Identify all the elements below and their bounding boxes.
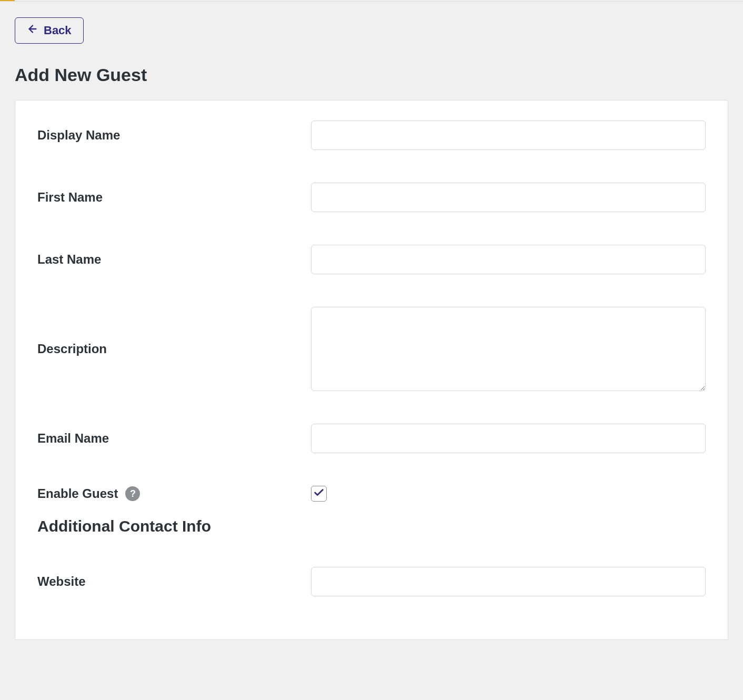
email-name-input[interactable] [311, 424, 706, 453]
enable-guest-label-text: Enable Guest [37, 486, 118, 501]
section-title: Additional Contact Info [37, 517, 706, 535]
website-input[interactable] [311, 567, 706, 596]
last-name-label: Last Name [37, 252, 311, 267]
page-header: Back Add New Guest [0, 2, 743, 100]
display-name-label: Display Name [37, 128, 311, 143]
display-name-input[interactable] [311, 121, 706, 150]
form-card: Display Name First Name Last Name Descri… [15, 100, 728, 640]
email-name-label: Email Name [37, 431, 311, 446]
enable-guest-label: Enable Guest ? [37, 486, 311, 501]
field-website: Website [37, 567, 706, 596]
first-name-input[interactable] [311, 183, 706, 212]
help-icon[interactable]: ? [125, 486, 140, 501]
check-icon [313, 487, 325, 501]
field-enable-guest: Enable Guest ? [37, 486, 706, 502]
field-last-name: Last Name [37, 245, 706, 274]
description-label: Description [37, 342, 311, 356]
field-first-name: First Name [37, 183, 706, 212]
first-name-label: First Name [37, 190, 311, 205]
back-button-label: Back [44, 24, 72, 37]
enable-guest-checkbox[interactable] [311, 486, 327, 502]
field-email-name: Email Name [37, 424, 706, 453]
description-textarea[interactable] [311, 307, 706, 391]
field-description: Description [37, 307, 706, 391]
field-display-name: Display Name [37, 121, 706, 150]
back-button[interactable]: Back [15, 17, 84, 44]
last-name-input[interactable] [311, 245, 706, 274]
page-title: Add New Guest [15, 65, 728, 85]
website-label: Website [37, 574, 311, 589]
arrow-left-icon [27, 23, 38, 38]
